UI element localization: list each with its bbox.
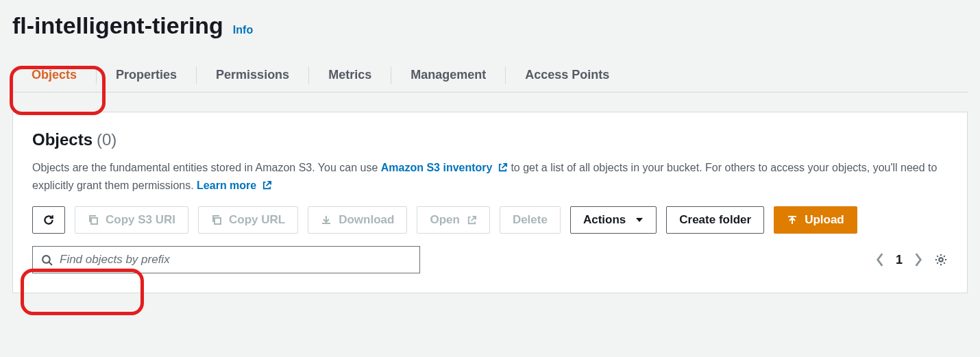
page-number: 1	[896, 253, 903, 267]
button-label: Upload	[805, 213, 844, 227]
tab-bar: Objects Properties Permissions Metrics M…	[12, 58, 968, 93]
upload-button[interactable]: Upload	[774, 206, 857, 234]
delete-button: Delete	[500, 206, 561, 234]
info-link[interactable]: Info	[233, 24, 253, 36]
svg-rect-1	[215, 218, 221, 224]
svg-point-3	[939, 258, 943, 262]
refresh-icon	[42, 214, 55, 226]
tab-metrics[interactable]: Metrics	[309, 58, 391, 92]
button-label: Create folder	[679, 213, 751, 227]
toolbar: Copy S3 URI Copy URL Download Open Delet…	[32, 206, 948, 234]
pagination: 1	[875, 252, 948, 267]
settings-button[interactable]	[934, 253, 948, 267]
prev-page-button[interactable]	[875, 252, 885, 267]
external-link-icon	[498, 162, 508, 173]
tab-access-points[interactable]: Access Points	[506, 58, 628, 92]
next-page-button[interactable]	[914, 252, 923, 267]
tab-properties[interactable]: Properties	[97, 58, 196, 92]
panel-description: Objects are the fundamental entities sto…	[32, 159, 948, 194]
button-label: Copy URL	[229, 213, 285, 227]
inventory-link[interactable]: Amazon S3 inventory	[381, 162, 511, 173]
button-label: Actions	[583, 213, 626, 227]
refresh-button[interactable]	[32, 206, 65, 234]
copy-icon	[88, 214, 99, 225]
open-button: Open	[417, 206, 489, 234]
search-icon	[41, 254, 53, 266]
panel-title: Objects	[32, 130, 93, 149]
download-button: Download	[308, 206, 407, 234]
external-link-icon	[262, 180, 272, 190]
create-folder-button[interactable]: Create folder	[666, 206, 764, 234]
button-label: Copy S3 URI	[106, 213, 175, 227]
tab-permissions[interactable]: Permissions	[197, 58, 308, 92]
gear-icon	[934, 253, 948, 267]
svg-point-2	[42, 256, 50, 263]
search-input[interactable]	[60, 253, 411, 267]
panel-count: (0)	[97, 130, 117, 149]
svg-rect-0	[91, 218, 97, 224]
objects-panel: Objects (0) Objects are the fundamental …	[12, 112, 968, 293]
learn-more-link-label: Learn more	[197, 180, 256, 191]
download-icon	[321, 214, 332, 225]
button-label: Download	[339, 213, 394, 227]
desc-text: Objects are the fundamental entities sto…	[32, 162, 381, 173]
page-title: fl-intelligent-tiering	[12, 12, 223, 39]
tab-objects[interactable]: Objects	[12, 58, 96, 92]
upload-icon	[787, 214, 798, 225]
external-link-icon	[467, 215, 477, 225]
search-input-wrapper[interactable]	[32, 246, 420, 273]
inventory-link-label: Amazon S3 inventory	[381, 162, 493, 173]
copy-s3-uri-button: Copy S3 URI	[75, 206, 188, 234]
caret-down-icon	[635, 216, 644, 224]
tab-management[interactable]: Management	[391, 58, 505, 92]
learn-more-link[interactable]: Learn more	[197, 180, 272, 191]
actions-button[interactable]: Actions	[570, 206, 657, 234]
button-label: Open	[430, 213, 459, 227]
copy-icon	[211, 214, 222, 225]
copy-url-button: Copy URL	[198, 206, 298, 234]
button-label: Delete	[513, 213, 548, 227]
